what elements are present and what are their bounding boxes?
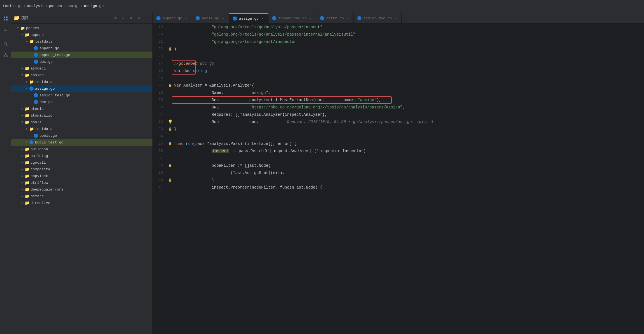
tree-item-composite[interactable]: ▶ 📁 composite bbox=[11, 166, 152, 173]
tree-item-testdata-2[interactable]: ▶ 📁 testdata bbox=[11, 78, 152, 85]
breadcrumb-item-file[interactable]: assign.go bbox=[84, 4, 104, 8]
chevron-right-icon: ▶ bbox=[20, 106, 25, 111]
tree-item-defers[interactable]: ▶ 📁 defers bbox=[11, 193, 152, 200]
sidebar-icon-vcs[interactable] bbox=[1, 50, 11, 60]
tree-close-btn[interactable]: − bbox=[143, 15, 150, 21]
tab-close-btn[interactable]: ✕ bbox=[393, 16, 398, 20]
line-number: 27 bbox=[153, 82, 167, 89]
breadcrumb-item-passes[interactable]: passes bbox=[49, 4, 62, 8]
tab-close-btn[interactable]: ✕ bbox=[221, 16, 226, 20]
code-line-27: 27 🔒 var Analyzer = &analysis.Analyzer{ bbox=[153, 82, 644, 89]
code-editor[interactable]: 19 "golang.org/x/tools/go/analysis/passe… bbox=[153, 24, 644, 334]
tree-item-label: testdata bbox=[35, 40, 52, 44]
line-number: 26 bbox=[153, 75, 167, 82]
svg-rect-1 bbox=[6, 17, 8, 18]
tree-sort-btn[interactable]: ⇅ bbox=[128, 15, 135, 21]
tab-bools-go[interactable]: 🔵 bools.go ✕ bbox=[192, 13, 229, 23]
line-gutter: 🔒 bbox=[167, 162, 173, 169]
tree-item-ctrlflow[interactable]: ▶ 📁 ctrlflow bbox=[11, 179, 152, 186]
folder-icon: 📁 bbox=[29, 127, 34, 131]
tree-item-label: append_test.go bbox=[40, 53, 70, 57]
tree-item-copylock[interactable]: ▶ 📁 copylock bbox=[11, 173, 152, 179]
tab-close-btn[interactable]: ✕ bbox=[260, 16, 265, 21]
breadcrumb-item-assign[interactable]: assign bbox=[66, 4, 80, 8]
chevron-right-icon: ▶ bbox=[20, 160, 25, 165]
tree-item-doc-go-1[interactable]: ▶ 🔵 doc.go bbox=[11, 58, 152, 65]
tree-item-label: composite bbox=[31, 167, 50, 171]
code-line-36: 36 inspect := pass.ResultOf[inspect.Anal… bbox=[153, 147, 644, 155]
tree-item-doc-go-2[interactable]: ▶ 🔵 doc.go bbox=[11, 99, 152, 105]
tree-settings-btn[interactable]: ⚙ bbox=[136, 15, 142, 21]
breadcrumb-item-tools[interactable]: tools bbox=[3, 4, 14, 8]
tree-item-assign-dir[interactable]: ▶ 📁 assign bbox=[11, 72, 152, 78]
line-number: 32 bbox=[153, 118, 167, 126]
line-code: "golang.org/x/tools/go/analysis/passes/i… bbox=[173, 31, 644, 38]
tree-item-testdata-1[interactable]: ▶ 📁 testdata bbox=[11, 38, 152, 45]
tree-item-assign-go[interactable]: ▶ 🔵 assign.go bbox=[11, 85, 152, 92]
tree-item-cgocall[interactable]: ▶ 📁 cgocall bbox=[11, 159, 152, 166]
tab-append-go[interactable]: 🔵 append.go ✕ bbox=[153, 13, 192, 23]
tree-item-append-test-go[interactable]: ▶ 🔵 append_test.go bbox=[11, 52, 152, 58]
tree-item-buildssa[interactable]: ▶ 📁 buildssa bbox=[11, 146, 152, 152]
chevron-right-icon: ▶ bbox=[25, 86, 29, 91]
breadcrumb-item-analysis[interactable]: analysis bbox=[27, 4, 44, 8]
fold-icon[interactable]: 🔒 bbox=[168, 140, 172, 147]
sidebar-icon-search[interactable] bbox=[1, 39, 11, 49]
lightbulb-icon[interactable]: 💡 bbox=[168, 118, 173, 126]
line-number: 29 bbox=[153, 96, 167, 104]
inspect-highlight: inspect bbox=[212, 149, 229, 153]
line-number: 31 bbox=[153, 111, 167, 118]
breadcrumb-item-go[interactable]: go bbox=[18, 4, 23, 8]
tree-scroll-btn[interactable]: ⊕ bbox=[112, 15, 119, 21]
tree-item-assign-test-go[interactable]: ▶ 🔵 assign_test.go bbox=[11, 92, 152, 99]
tree-item-passes[interactable]: ▶ 📁 passes bbox=[11, 25, 152, 31]
fold-icon[interactable]: 🔒 bbox=[168, 45, 172, 53]
line-code: nodeFilter := []ast.Node{ bbox=[173, 162, 644, 169]
svg-line-8 bbox=[6, 45, 8, 46]
tree-item-append-go[interactable]: ▶ 🔵 append.go bbox=[11, 45, 152, 52]
fold-icon[interactable]: 🔒 bbox=[168, 162, 172, 169]
tab-defer-go[interactable]: 🔵 defer.go ✕ bbox=[316, 13, 353, 23]
folder-icon: 📁 bbox=[25, 33, 29, 37]
tree-collapse-btn[interactable]: ≡ bbox=[120, 15, 127, 21]
tree-item-bools-test-go[interactable]: ▶ 🔵 bools_test.go bbox=[11, 139, 152, 146]
tree-item-label: buildtag bbox=[31, 154, 48, 158]
chevron-right-icon: ▶ bbox=[20, 73, 25, 77]
tree-item-atomic[interactable]: ▶ 📁 atomic bbox=[11, 105, 152, 112]
tab-close-btn[interactable]: ✕ bbox=[184, 16, 188, 20]
tab-assign-doc-go[interactable]: 🔵 assign/doc.go ✕ bbox=[354, 13, 402, 23]
fold-icon[interactable]: 🔒 bbox=[168, 82, 172, 89]
sidebar-icon-structure[interactable] bbox=[1, 24, 11, 34]
line-code: "golang.org/x/tools/go/ast/inspector" bbox=[173, 38, 644, 45]
tab-append-doc-go[interactable]: 🔵 append/doc.go ✕ bbox=[268, 13, 316, 23]
tab-assign-go[interactable]: 🔵 assign.go ✕ bbox=[229, 13, 268, 23]
code-line-21: 21 "golang.org/x/tools/go/ast/inspector" bbox=[153, 38, 644, 45]
fold-icon[interactable]: 🔒 bbox=[168, 126, 172, 133]
tab-close-btn[interactable]: ✕ bbox=[308, 16, 313, 20]
chevron-right-icon: ▶ bbox=[20, 154, 25, 158]
tab-close-btn[interactable]: ✕ bbox=[346, 16, 350, 20]
tree-item-deepequalerrors[interactable]: ▶ 📁 deepequalerrors bbox=[11, 186, 152, 193]
line-code: Requires: []*analysis.Analyzer{inspect.A… bbox=[173, 111, 644, 118]
tree-item-buildtag[interactable]: ▶ 📁 buildtag bbox=[11, 152, 152, 159]
go-test-file-icon: 🔵 bbox=[34, 93, 38, 98]
tree-item-bools-dir[interactable]: ▶ 📁 bools bbox=[11, 119, 152, 126]
go-file-tab-icon: 🔵 bbox=[195, 16, 200, 21]
line-code: inspect.Preorder(nodeFilter, func(n ast.… bbox=[173, 184, 644, 191]
go-file-tab-icon: 🔵 bbox=[320, 16, 325, 21]
tree-item-directive[interactable]: ▶ 📁 directive bbox=[11, 200, 152, 206]
go-test-file-icon: 🔵 bbox=[29, 140, 34, 145]
tree-item-label: copylock bbox=[31, 174, 48, 178]
tree-item-asmdecl[interactable]: ▶ 📁 asmdecl bbox=[11, 65, 152, 72]
svg-line-13 bbox=[6, 55, 7, 55]
tree-item-atomicalign[interactable]: ▶ 📁 atomicalign bbox=[11, 112, 152, 119]
tree-item-testdata-3[interactable]: ▶ 📁 testdata bbox=[11, 126, 152, 132]
line-number: 22 bbox=[153, 45, 167, 53]
fold-icon[interactable]: 🔒 bbox=[168, 177, 172, 184]
tree-item-append-dir[interactable]: ▶ 📁 append bbox=[11, 31, 152, 38]
code-content: 19 "golang.org/x/tools/go/analysis/passe… bbox=[153, 24, 644, 191]
chevron-right-icon: ▶ bbox=[20, 201, 25, 205]
sidebar-icon-project[interactable] bbox=[1, 13, 11, 24]
tree-item-bools-go[interactable]: ▶ 🔵 bools.go bbox=[11, 132, 152, 139]
code-line-34: 34 bbox=[153, 133, 644, 140]
